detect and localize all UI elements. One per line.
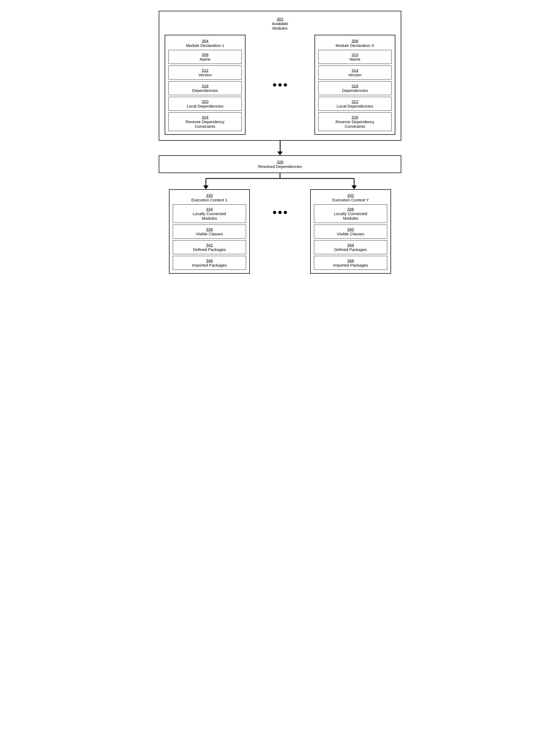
execY-ref: 332 [314,193,387,198]
moduleX-label: Module Declaration X [318,43,391,48]
execution-contexts-section: 330 Execution Context 1 334 Locally Conn… [159,189,401,274]
ref-338: 338 [175,227,244,231]
module1-ref: 304 [169,39,242,43]
label-346: Imported Packages [175,263,244,267]
resolved-dependencies-box: 328 Resolved Dependencies [159,155,401,173]
execY-label: Execution Context Y [314,198,387,202]
module1-title: 304 Module Declaration 1 [169,39,242,48]
ref-344: 344 [316,243,385,247]
label-344: Defined Packages [316,247,385,252]
modules-row: 304 Module Declaration 1 308 Name 312 Ve… [165,35,395,135]
exec1-label: Execution Context 1 [173,198,246,202]
module-declaration-1-box: 304 Module Declaration 1 308 Name 312 Ve… [165,35,245,135]
resolved-ref: 328 [163,160,397,164]
label-326: Reverse DependencyConstraints [320,120,390,129]
field-338: 338 Visible Classes [173,225,246,238]
moduleX-title: 306 Module Declaration X [318,39,391,48]
ref-310: 310 [320,52,390,57]
module1-label: Module Declaration 1 [169,43,242,48]
available-modules-title: 302 AvailableModules [165,17,395,31]
field-340: 340 Visible Classes [314,225,387,238]
field-344: 344 Defined Packages [314,240,387,254]
label-308: Name [170,57,240,61]
dot-2 [278,83,282,87]
split-arrows-container [159,173,401,189]
field-348: 348 Imported Packages [314,256,387,270]
ref-322: 322 [320,99,390,104]
label-342: Defined Packages [175,247,244,252]
field-324: 324 Reverse DependencyConstraints [169,113,242,131]
label-334: Locally ConnectedModules [175,211,244,221]
execY-title: 332 Execution Context Y [314,193,387,202]
ref-320: 320 [170,99,240,104]
ref-324: 324 [170,115,240,120]
field-318: 318 Dependencies [318,81,391,95]
dot-exec-1 [273,211,276,214]
label-322: Local Dependencies [320,104,390,108]
field-320: 320 Local Dependencies [169,97,242,111]
field-322: 322 Local Dependencies [318,97,391,111]
ref-312: 312 [170,68,240,73]
ref-342: 342 [175,243,244,247]
dot-3 [284,83,287,87]
dots-exec [270,211,290,214]
svg-marker-6 [352,185,357,189]
arrow-to-resolved [275,141,285,155]
arrow-head-1 [277,151,283,155]
exec1-ref: 330 [173,193,246,198]
available-modules-ref: 302 [165,17,395,21]
available-modules-box: 302 AvailableModules 304 Module Declarat… [159,11,401,141]
diagram: 302 AvailableModules 304 Module Declarat… [159,11,401,274]
field-336: 336 Locally ConnectedModules [314,204,387,223]
ref-340: 340 [316,227,385,231]
field-308: 308 Name [169,50,242,64]
ref-314: 314 [320,68,390,73]
label-316: Dependencies [170,88,240,93]
field-310: 310 Name [318,50,391,64]
field-316: 316 Dependencies [169,81,242,95]
ref-336: 336 [316,207,385,211]
label-340: Visible Classes [316,231,385,236]
label-312: Version [170,73,240,77]
arrow-line-1 [280,141,281,151]
execution-context-y-box: 332 Execution Context Y 336 Locally Conn… [310,189,391,274]
field-346: 346 Imported Packages [173,256,246,270]
label-310: Name [320,57,390,61]
label-324: Reverse DependencyConstraints [170,120,240,129]
dot-1 [273,83,276,87]
ref-326: 326 [320,115,390,120]
label-336: Locally ConnectedModules [316,211,385,221]
field-314: 314 Version [318,65,391,80]
ref-348: 348 [316,258,385,263]
svg-marker-3 [203,185,208,189]
field-312: 312 Version [169,65,242,80]
ref-334: 334 [175,207,244,211]
ref-318: 318 [320,84,390,88]
field-342: 342 Defined Packages [173,240,246,254]
moduleX-ref: 306 [318,39,391,43]
module-declaration-x-box: 306 Module Declaration X 310 Name 314 Ve… [315,35,395,135]
field-334: 334 Locally ConnectedModules [173,204,246,223]
ref-316: 316 [170,84,240,88]
resolved-label: Resolved Dependencies [163,164,397,169]
available-modules-label: AvailableModules [165,21,395,31]
execution-context-1-box: 330 Execution Context 1 334 Locally Conn… [169,189,250,274]
dot-exec-3 [284,211,287,214]
ref-346: 346 [175,258,244,263]
split-arrows-svg [159,173,401,189]
label-314: Version [320,73,390,77]
ref-308: 308 [170,52,240,57]
label-318: Dependencies [320,88,390,93]
label-338: Visible Classes [175,231,244,236]
dot-exec-2 [278,211,282,214]
label-348: Imported Packages [316,263,385,267]
exec1-title: 330 Execution Context 1 [173,193,246,202]
label-320: Local Dependencies [170,104,240,108]
field-326: 326 Reverse DependencyConstraints [318,113,391,131]
dots-modules [270,83,290,87]
